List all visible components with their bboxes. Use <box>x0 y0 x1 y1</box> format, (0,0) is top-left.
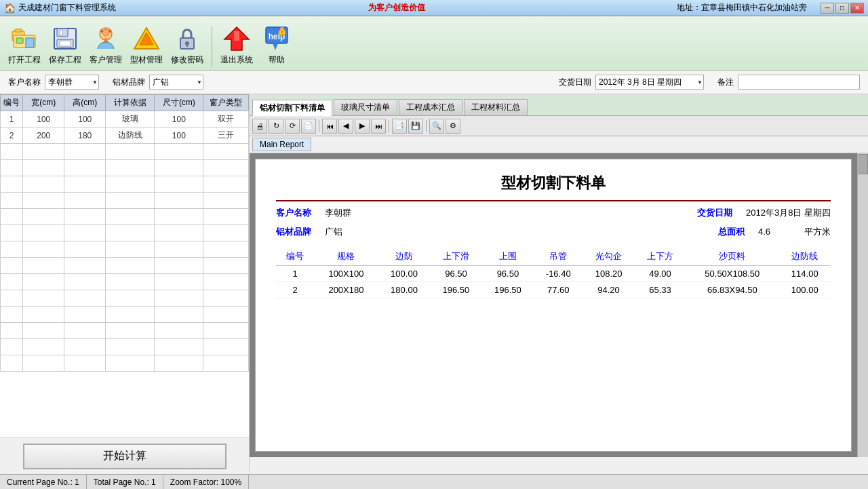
svg-rect-1 <box>15 29 22 32</box>
report-r2-h7: 66.83X94.50 <box>686 282 778 298</box>
minimize-button[interactable]: ─ <box>821 3 834 14</box>
table-row-empty[interactable] <box>1 225 249 241</box>
tab-cost-summary[interactable]: 工程成本汇总 <box>399 99 462 115</box>
report-print-btn[interactable]: 🖨 <box>252 119 267 134</box>
save-project-icon <box>51 24 79 53</box>
report-first-btn[interactable]: ⏮ <box>322 119 337 134</box>
tab-material-summary[interactable]: 工程材料汇总 <box>464 99 528 115</box>
report-r2-h1: 180.00 <box>378 282 430 298</box>
right-panel: 铝材切割下料清单 玻璃尺寸清单 工程成本汇总 工程材料汇总 🖨 ↻ ⟳ 📄 ⏮ … <box>250 94 868 457</box>
report-r2-h6: 65.33 <box>635 282 686 298</box>
table-row-empty[interactable] <box>1 160 249 176</box>
save-project-label: 保存工程 <box>49 54 81 66</box>
table-row-empty[interactable] <box>1 355 249 372</box>
save-project-button[interactable]: 保存工程 <box>46 23 84 67</box>
exit-system-icon <box>222 24 251 53</box>
report-r2-h2: 196.50 <box>430 282 481 298</box>
report-r2-h8: 100.00 <box>778 282 831 298</box>
customer-select[interactable]: 李朝群 <box>45 75 99 90</box>
svg-rect-3 <box>16 38 23 43</box>
table-row-empty[interactable] <box>1 209 249 225</box>
customer-mgmt-button[interactable]: 客户管理 <box>87 23 125 67</box>
table-row[interactable]: 2 200 180 边防线 100 三开 <box>1 128 249 144</box>
table-row-empty[interactable] <box>1 339 249 355</box>
report-title: 型材切割下料单 <box>276 173 831 193</box>
maximize-button[interactable]: □ <box>835 3 849 14</box>
report-export-btn[interactable]: 📄 <box>301 119 316 134</box>
profile-mgmt-label: 型材管理 <box>130 54 163 66</box>
cell-width-1: 100 <box>23 111 64 128</box>
tab-cut-list[interactable]: 铝材切割下料清单 <box>252 100 332 116</box>
status-zoom: Zoom Factor: 100% <box>163 475 249 489</box>
tab-glass-list[interactable]: 玻璃尺寸清单 <box>334 99 397 115</box>
table-row[interactable]: 1 100 100 玻璃 100 双开 <box>1 111 249 128</box>
help-button[interactable]: help ! 帮助 <box>258 23 295 67</box>
table-row-empty[interactable] <box>1 307 249 323</box>
table-row-empty[interactable] <box>1 193 249 209</box>
main-content: 编号 宽(cm) 高(cm) 计算依据 尺寸(cm) 窗户类型 1 100 10… <box>0 94 868 457</box>
report-zoom-in-btn[interactable]: 🔍 <box>429 119 444 134</box>
start-calc-button[interactable]: 开始计算 <box>23 444 226 469</box>
customer-select-wrapper[interactable]: 李朝群 ▼ <box>45 75 99 90</box>
brand-row: 铝材品牌 广铝 ▼ <box>113 75 203 90</box>
brand-select[interactable]: 广铝 <box>149 75 203 90</box>
table-row-empty[interactable] <box>1 274 249 290</box>
report-save-btn[interactable]: 💾 <box>408 119 423 134</box>
tabs: 铝材切割下料清单 玻璃尺寸清单 工程成本汇总 工程材料汇总 <box>250 94 868 116</box>
table-row-empty[interactable] <box>1 241 249 258</box>
exit-system-button[interactable]: 退出系统 <box>218 23 256 67</box>
th-h1: 边防 <box>378 248 430 266</box>
cell-calc-2: 边防线 <box>106 128 155 144</box>
report-pdf-btn[interactable]: 📑 <box>392 119 407 134</box>
report-rotate-btn[interactable]: ⟳ <box>285 119 300 134</box>
cell-calc-1: 玻璃 <box>106 111 155 128</box>
open-project-label: 打开工程 <box>8 54 41 66</box>
table-row-empty[interactable] <box>1 290 249 307</box>
help-icon: help ! <box>262 24 291 53</box>
table-row-empty[interactable] <box>1 258 249 274</box>
profile-mgmt-button[interactable]: 型材管理 <box>127 23 165 67</box>
help-label: 帮助 <box>269 54 285 66</box>
report-scrollbar[interactable] <box>857 153 868 457</box>
report-r1-num: 1 <box>276 266 314 282</box>
table-row-empty[interactable] <box>1 176 249 193</box>
delivery-select[interactable]: 2012年 3月 8日 星期四 <box>595 75 704 90</box>
scroll-thumb[interactable] <box>859 154 868 174</box>
report-r2-spec: 200X180 <box>314 282 378 298</box>
col-header-num: 编号 <box>1 95 23 111</box>
th-h5: 光勾企 <box>583 248 634 266</box>
table-row-empty[interactable] <box>1 323 249 339</box>
remarks-input[interactable] <box>738 75 860 90</box>
report-next-btn[interactable]: ▶ <box>355 119 370 134</box>
brand-select-wrapper[interactable]: 广铝 ▼ <box>149 75 203 90</box>
svg-point-13 <box>100 30 103 33</box>
open-project-icon <box>10 24 39 53</box>
report-refresh-btn[interactable]: ↻ <box>269 119 283 134</box>
report-area-value: 4.6 <box>758 227 770 237</box>
svg-rect-19 <box>186 43 188 47</box>
left-table: 编号 宽(cm) 高(cm) 计算依据 尺寸(cm) 窗户类型 1 100 10… <box>0 94 249 372</box>
remarks-row: 备注 <box>717 75 860 90</box>
report-r2-num: 2 <box>276 282 314 298</box>
report-r1-h3: 96.50 <box>482 266 534 282</box>
svg-marker-24 <box>273 43 278 50</box>
th-h7: 沙页料 <box>686 248 778 266</box>
report-settings-btn[interactable]: ⚙ <box>446 119 460 134</box>
report-r2-h3: 196.50 <box>482 282 534 298</box>
table-row-empty[interactable] <box>1 144 249 160</box>
report-area: 型材切割下料单 客户名称 李朝群 交货日期 2012年3月8日 星期四 铝材品牌… <box>250 153 868 457</box>
delivery-select-wrapper[interactable]: 2012年 3月 8日 星期四 ▼ <box>595 75 704 90</box>
open-project-button[interactable]: 打开工程 <box>5 23 43 67</box>
report-prev-btn[interactable]: ◀ <box>338 119 353 134</box>
col-header-width: 宽(cm) <box>23 95 64 111</box>
report-area-label: 总面积 <box>718 226 745 238</box>
form-area: 客户名称 李朝群 ▼ 铝材品牌 广铝 ▼ 交货日期 2012年 3月 8日 星期… <box>0 71 868 94</box>
profile-mgmt-icon <box>132 24 161 53</box>
report-last-btn[interactable]: ⏭ <box>371 119 386 134</box>
svg-point-14 <box>108 30 111 33</box>
close-button[interactable]: ✕ <box>850 3 864 14</box>
change-pwd-button[interactable]: 修改密码 <box>168 23 206 67</box>
main-report-tab[interactable]: Main Report <box>252 138 311 151</box>
col-header-height: 高(cm) <box>64 95 106 111</box>
cell-width-2: 200 <box>23 128 64 144</box>
